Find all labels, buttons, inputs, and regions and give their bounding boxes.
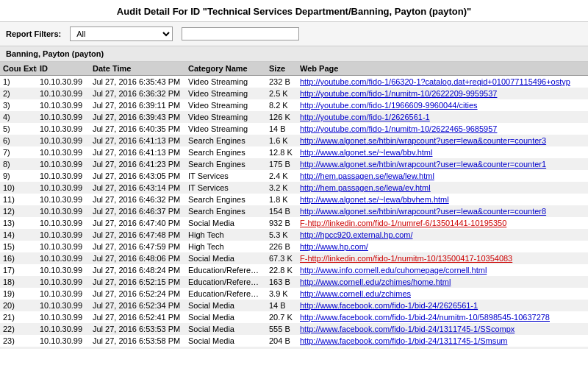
cell-9-6: http://hem.passagen.se/lewa/ev.html (297, 182, 588, 194)
cell-22-0: 23) (0, 335, 21, 347)
cell-6-4: Search Engines (185, 146, 266, 158)
cell-18-3: Jul 27, 2016 6:52:24 PM (90, 288, 185, 300)
table-row: 17)10.10.30.99Jul 27, 2016 6:48:24 PMEdu… (0, 264, 588, 276)
table-row: 4)10.10.30.99Jul 27, 2016 6:39:43 PMVide… (0, 111, 588, 123)
web-page-link[interactable]: http://youtube.com/fido-1/numitm-10/2622… (300, 89, 497, 98)
web-page-link[interactable]: http://www.facebook.com/fido-1/bid-24/13… (300, 336, 507, 345)
cell-20-1 (21, 311, 37, 323)
cell-21-3: Jul 27, 2016 6:53:53 PM (90, 323, 185, 335)
web-page-link[interactable]: http://hem.passagen.se/lewa/lew.html (300, 171, 434, 180)
cell-22-1 (21, 335, 37, 347)
web-page-link[interactable]: http://youtube.com/fido-1/2626561-1 (300, 113, 430, 121)
cell-7-3: Jul 27, 2016 6:41:23 PM (90, 158, 185, 170)
cell-18-0: 19) (0, 288, 21, 300)
cell-8-2: 10.10.30.99 (37, 170, 90, 182)
cell-23-3: Jul 27, 2016 6:54:14 PM (90, 347, 185, 349)
cell-18-5: 3.9 K (266, 288, 297, 300)
web-page-link[interactable]: http://www.facebook.com/fido-1/bid-24/13… (300, 348, 497, 349)
cell-4-0: 5) (0, 123, 21, 135)
cell-9-5: 3.2 K (266, 182, 297, 194)
cell-9-3: Jul 27, 2016 6:43:14 PM (90, 182, 185, 194)
web-page-link[interactable]: http://www.algonet.se/htbin/wrapcount?us… (300, 136, 546, 145)
cell-0-0: 1) (0, 76, 21, 88)
user-label: Banning, Payton (payton) (0, 46, 588, 62)
cell-17-2: 10.10.30.99 (37, 276, 90, 288)
cell-22-2: 10.10.30.99 (37, 335, 90, 347)
web-page-link[interactable]: http://www.algonet.se/htbin/wrapcount?us… (300, 207, 546, 216)
cell-21-1 (21, 323, 37, 335)
cell-10-1 (21, 194, 37, 205)
cell-1-0: 2) (0, 88, 21, 99)
cell-17-4: Education/Reference (185, 276, 266, 288)
web-page-link[interactable]: http://www.cornell.edu/zchimes/home.html (300, 277, 451, 286)
table-row: 22)10.10.30.99Jul 27, 2016 6:53:53 PMSoc… (0, 323, 588, 335)
cell-10-3: Jul 27, 2016 6:46:32 PM (90, 194, 185, 205)
cell-18-6: http://www.cornell.edu/zchimes (297, 288, 588, 300)
cell-10-5: 1.8 K (266, 194, 297, 205)
web-page-link[interactable]: http://www.facebook.com/fido-1/bid-24/nu… (300, 313, 550, 322)
cell-2-1 (21, 99, 37, 111)
web-page-link[interactable]: http://www.cornell.edu/zchimes (300, 289, 411, 298)
table-row: 18)10.10.30.99Jul 27, 2016 6:52:15 PMEdu… (0, 276, 588, 288)
cell-5-3: Jul 27, 2016 6:41:13 PM (90, 135, 185, 146)
table-row: 11)10.10.30.99Jul 27, 2016 6:46:32 PMSea… (0, 194, 588, 205)
cell-21-5: 555 B (266, 323, 297, 335)
web-page-link[interactable]: http://youtube.com/fido-1/numitm-10/2622… (300, 124, 497, 133)
cell-11-5: 154 B (266, 205, 297, 217)
cell-0-6: http://youtube.com/fido-1/66320-1?catalo… (297, 76, 588, 88)
cell-11-4: Search Engines (185, 205, 266, 217)
filter-text-input[interactable] (182, 27, 299, 40)
web-page-link[interactable]: http://www.info.cornell.edu/cuhomepage/c… (300, 266, 487, 275)
cell-1-6: http://youtube.com/fido-1/numitm-10/2622… (297, 88, 588, 99)
web-page-link[interactable]: http://www.algonet.se/~lewa/bbvhem.html (300, 195, 449, 204)
cell-6-5: 12.8 K (266, 146, 297, 158)
filters-row: Report Filters: All (0, 22, 588, 46)
filter-select[interactable]: All (70, 26, 173, 41)
web-page-link[interactable]: F-http://linkedin.com/fido-1/numref-6/13… (300, 219, 506, 227)
web-page-link[interactable]: http://youtube.com/fido-1/66320-1?catalo… (300, 77, 570, 86)
web-page-link[interactable]: http://hpcc920.external.hp.com/ (300, 230, 412, 239)
cell-3-3: Jul 27, 2016 6:39:43 PM (90, 111, 185, 123)
web-page-link[interactable]: F-http://linkedin.com/fido-1/numitm-10/1… (300, 254, 512, 263)
cell-12-0: 13) (0, 217, 21, 229)
cell-12-5: 932 B (266, 217, 297, 229)
table-row: 14)10.10.30.99Jul 27, 2016 6:47:48 PMHig… (0, 229, 588, 241)
cell-0-5: 232 B (266, 76, 297, 88)
cell-7-6: http://www.algonet.se/htbin/wrapcount?us… (297, 158, 588, 170)
cell-4-2: 10.10.30.99 (37, 123, 90, 135)
cell-14-3: Jul 27, 2016 6:47:59 PM (90, 241, 185, 252)
cell-4-5: 14 B (266, 123, 297, 135)
cell-14-4: High Tech (185, 241, 266, 252)
cell-5-1 (21, 135, 37, 146)
cell-20-5: 20.7 K (266, 311, 297, 323)
web-page-link[interactable]: http://www.facebook.com/fido-1/bid-24/13… (300, 325, 514, 333)
cell-17-0: 18) (0, 276, 21, 288)
cell-15-6: F-http://linkedin.com/fido-1/numitm-10/1… (297, 252, 588, 264)
web-page-link[interactable]: http://youtube.com/fido-1/1966609-996004… (300, 101, 478, 110)
web-page-link[interactable]: http://www.facebook.com/fido-1/bid-24/26… (300, 301, 478, 310)
table-row: 16)10.10.30.99Jul 27, 2016 6:48:06 PMSoc… (0, 252, 588, 264)
col-date-header: Date Time (90, 62, 185, 76)
cell-21-2: 10.10.30.99 (37, 323, 90, 335)
cell-8-5: 2.4 K (266, 170, 297, 182)
cell-2-3: Jul 27, 2016 6:39:11 PM (90, 99, 185, 111)
web-page-link[interactable]: http://www.hp.com/ (300, 242, 368, 251)
cell-12-3: Jul 27, 2016 6:47:40 PM (90, 217, 185, 229)
cell-2-5: 8.2 K (266, 99, 297, 111)
web-page-link[interactable]: http://www.algonet.se/~lewa/bbv.html (300, 148, 432, 157)
web-page-link[interactable]: http://hem.passagen.se/lewa/ev.html (300, 183, 431, 192)
cell-18-4: Education/Reference (185, 288, 266, 300)
cell-13-6: http://hpcc920.external.hp.com/ (297, 229, 588, 241)
cell-8-1 (21, 170, 37, 182)
cell-3-5: 126 K (266, 111, 297, 123)
cell-17-3: Jul 27, 2016 6:52:15 PM (90, 276, 185, 288)
cell-0-2: 10.10.30.99 (37, 76, 90, 88)
table-header-row: Count Extra ID Date Time Category Name S… (0, 62, 588, 76)
cell-11-3: Jul 27, 2016 6:46:37 PM (90, 205, 185, 217)
cell-15-2: 10.10.30.99 (37, 252, 90, 264)
cell-4-3: Jul 27, 2016 6:40:35 PM (90, 123, 185, 135)
cell-6-6: http://www.algonet.se/~lewa/bbv.html (297, 146, 588, 158)
cell-20-6: http://www.facebook.com/fido-1/bid-24/nu… (297, 311, 588, 323)
web-page-link[interactable]: http://www.algonet.se/htbin/wrapcount?us… (300, 160, 546, 169)
cell-4-4: Video Streaming (185, 123, 266, 135)
